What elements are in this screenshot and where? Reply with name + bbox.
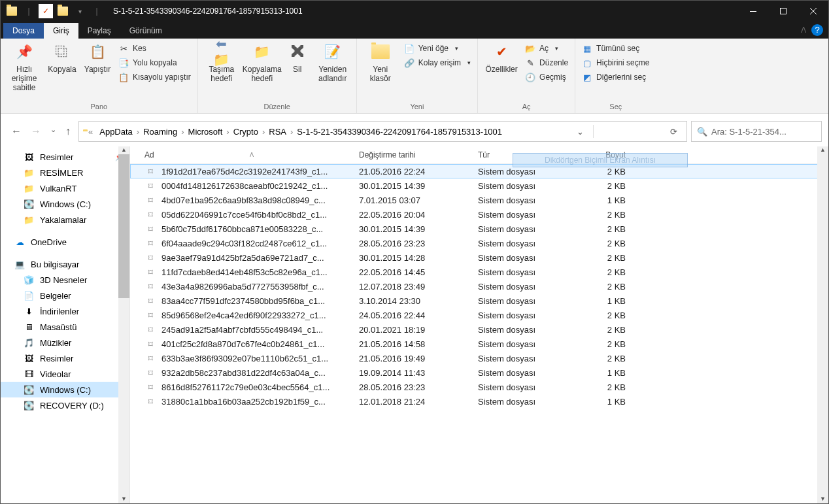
address-dropdown-button[interactable]: ⌄ <box>573 127 588 137</box>
file-row[interactable]: ⌑9ae3aef79a91d425bf2a5da69e721ad7_c...30… <box>130 250 828 265</box>
search-placeholder: Ara: S-1-5-21-354... <box>711 127 787 137</box>
paste-button[interactable]: 📋 Yapıştır <box>82 41 113 74</box>
copyto-button[interactable]: 📁 Kopyalama hedefi <box>244 41 280 83</box>
file-size: 2 KB <box>575 339 632 349</box>
minimize-button[interactable] <box>738 1 768 22</box>
tab-home[interactable]: Giriş <box>44 23 78 39</box>
sidebar-item[interactable]: 💻Bu bilgisayar <box>1 256 129 272</box>
easyaccess-button[interactable]: 🔗Kolay erişim▾ <box>403 57 472 69</box>
column-date[interactable]: Değiştirme tarihi <box>359 150 478 160</box>
rename-button[interactable]: 📝 Yeniden adlandır <box>314 41 351 83</box>
breadcrumb-item[interactable]: Crypto <box>232 127 260 137</box>
file-row[interactable]: ⌑5b6f0c75ddf61760bbca871e00583228_c...30… <box>130 222 828 236</box>
tab-view[interactable]: Görünüm <box>120 23 171 39</box>
file-row[interactable]: ⌑85d96568ef2e4ca42ed6f90f22933272_c1...2… <box>130 308 828 322</box>
address-bar[interactable]: « AppData›Roaming›Microsoft›Crypto›RSA›S… <box>78 121 687 142</box>
file-row[interactable]: ⌑11fd7cdaeb8ed414eb48f53c5c82e96a_c1...2… <box>130 265 828 279</box>
help-icon[interactable]: ? <box>811 24 823 36</box>
sidebar-item[interactable]: 🎵Müzikler <box>1 335 129 350</box>
breadcrumb-separator-icon[interactable]: › <box>134 127 142 137</box>
up-button[interactable]: ↑ <box>65 126 71 137</box>
pin-to-quickaccess-button[interactable]: 📌 Hızlı erişime sabitle <box>6 41 42 92</box>
pin-icon: 📌 <box>14 41 35 62</box>
file-row[interactable]: ⌑05dd622046991c7cce54f6b4bf0c8bd2_c1...2… <box>130 207 828 222</box>
sidebar-item[interactable]: 🧊3D Nesneler <box>1 272 129 288</box>
forward-button[interactable]: → <box>31 126 41 137</box>
content-scrollbar[interactable]: ▲ ▼ <box>817 146 828 503</box>
sidebar-item[interactable]: 🖼Resimler📌 <box>1 149 129 165</box>
breadcrumb-root-sep[interactable]: « <box>86 127 95 137</box>
sidebar-item[interactable]: 📁VulkanRT <box>1 180 129 196</box>
file-row[interactable]: ⌑4bd07e1ba952c6aa9bf83a8d98c08949_c...7.… <box>130 193 828 207</box>
file-row[interactable]: ⌑932a2db58c237abd381d22df4c63a04a_c...19… <box>130 365 828 380</box>
sidebar-item[interactable]: ☁OneDrive <box>1 234 129 250</box>
ribbon-group-ac: ✔ Özellikler 📂Aç▾ ✎Düzenle 🕘Geçmiş Aç <box>478 39 575 113</box>
file-row[interactable]: ⌑633b3ae3f86f93092e07be1110b62c51_c1...2… <box>130 351 828 365</box>
file-row[interactable]: ⌑83aa4cc77f591dfc2374580bbd95f6ba_c1...3… <box>130 294 828 308</box>
selectnone-button[interactable]: ▢Hiçbirini seçme <box>581 57 651 69</box>
maximize-button[interactable] <box>768 1 798 22</box>
qat-customize-icon[interactable]: ▾ <box>73 4 87 18</box>
qat-newfolder-icon[interactable] <box>56 4 70 18</box>
sidebar-item[interactable]: 🖥Masaüstü <box>1 319 129 335</box>
edit-button[interactable]: ✎Düzenle <box>524 57 569 69</box>
breadcrumb-item[interactable]: Microsoft <box>187 127 224 137</box>
qat-properties-icon[interactable]: ✓ <box>39 4 53 18</box>
copypath-button[interactable]: 📑Yolu kopyala <box>117 57 192 69</box>
file-row[interactable]: ⌑245ad91a2f5af4abf7cbfd555c498494_c1...2… <box>130 322 828 337</box>
file-row[interactable]: ⌑401cf25c2fd8a870d7c67fe4c0b24861_c1...2… <box>130 337 828 351</box>
breadcrumb-separator-icon[interactable]: › <box>178 127 186 137</box>
file-type: Sistem dosyası <box>478 397 575 407</box>
breadcrumb-item[interactable]: S-1-5-21-3543390346-2242091764-185791531… <box>296 127 503 137</box>
sidebar-item[interactable]: 🎞Videolar <box>1 366 129 382</box>
sidebar-item[interactable]: 💽RECOVERY (D:) <box>1 397 129 413</box>
delete-button[interactable]: 🗙 Sil <box>284 41 311 74</box>
breadcrumb-separator-icon[interactable]: › <box>260 127 267 137</box>
newfolder-button[interactable]: Yeni klasör <box>362 41 399 83</box>
copy-button[interactable]: ⿻ Kopyala <box>46 41 78 74</box>
breadcrumb-item[interactable]: Roaming <box>142 127 178 137</box>
properties-button[interactable]: ✔ Özellikler <box>483 41 520 74</box>
column-name[interactable]: Adᐱ <box>144 150 359 160</box>
back-button[interactable]: ← <box>11 126 22 137</box>
file-row[interactable]: ⌑43e3a4a9826996aba5d7727553958fbf_c...12… <box>130 279 828 294</box>
pasteshortcut-button[interactable]: 📋Kısayolu yapıştır <box>117 71 192 83</box>
sidebar-item[interactable]: 📁Yakalamalar <box>1 212 129 227</box>
search-input[interactable]: 🔍 Ara: S-1-5-21-354... <box>691 121 822 142</box>
sidebar-item[interactable]: 🖼Resimler <box>1 350 129 366</box>
sidebar-item[interactable]: ⬇İndirilenler <box>1 303 129 319</box>
tab-file[interactable]: Dosya <box>3 23 44 39</box>
navigation-pane[interactable]: 🖼Resimler📌📁RESİMLER📁VulkanRT💽Windows (C:… <box>1 146 130 503</box>
newitem-button[interactable]: 📄Yeni öğe▾ <box>403 42 472 54</box>
history-button[interactable]: 🕘Geçmiş <box>524 71 569 83</box>
refresh-button[interactable]: ⟳ <box>665 127 683 137</box>
sidebar-scrollbar[interactable]: ▲ ▼ <box>118 146 129 503</box>
breadcrumb-item[interactable]: RSA <box>267 127 288 137</box>
cut-button[interactable]: ✂Kes <box>117 42 192 54</box>
open-button[interactable]: 📂Aç▾ <box>524 42 569 54</box>
file-row[interactable]: ⌑1f91d2d17ea675d4c2c3192e241743f9_c1...2… <box>130 164 828 178</box>
breadcrumb-separator-icon[interactable]: › <box>224 127 231 137</box>
sidebar-item[interactable]: 📁RESİMLER <box>1 165 129 180</box>
copypath-icon: 📑 <box>118 58 129 68</box>
recent-locations-button[interactable]: ⌄ <box>50 126 56 137</box>
column-headers: Adᐱ Değiştirme tarihi Tür Boyut <box>130 146 828 164</box>
breadcrumb-separator-icon[interactable]: › <box>288 127 296 137</box>
sidebar-item[interactable]: 💽Windows (C:) <box>1 382 129 397</box>
file-row[interactable]: ⌑31880c1a1bba16b03aa252cb192b1f59_c...12… <box>130 394 828 409</box>
sidebar-item[interactable]: 💽Windows (C:) <box>1 196 129 212</box>
sidebar-item[interactable]: 📄Belgeler <box>1 288 129 303</box>
file-row[interactable]: ⌑8616d8f52761172c79e0e03c4bec5564_c1...2… <box>130 380 828 394</box>
file-row[interactable]: ⌑6f04aaade9c294c03f182cd2487ce612_c1...2… <box>130 236 828 250</box>
close-button[interactable] <box>798 1 828 22</box>
file-size: 2 KB <box>575 167 632 176</box>
ribbon-collapse-icon[interactable]: ᐱ <box>801 25 806 35</box>
selectall-button[interactable]: ▦Tümünü seç <box>581 42 651 54</box>
file-date: 21.05.2016 19:49 <box>359 354 478 363</box>
invertselect-button[interactable]: ◩Diğerlerini seç <box>581 71 651 83</box>
tab-share[interactable]: Paylaş <box>78 23 120 39</box>
breadcrumb-item[interactable]: AppData <box>98 127 134 137</box>
moveto-button[interactable]: ⬅📁 Taşıma hedefi <box>203 41 240 83</box>
sidebar-item-label: Müzikler <box>40 338 71 348</box>
file-row[interactable]: ⌑0004fd148126172638caeabf0c219242_c1...3… <box>130 178 828 193</box>
